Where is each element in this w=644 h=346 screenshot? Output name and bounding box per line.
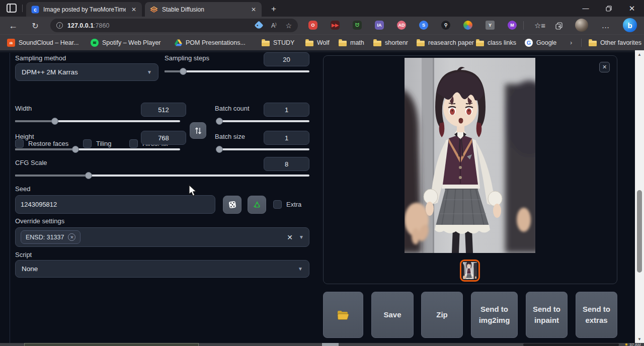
override-chip[interactable]: ENSD: 31337 ✕ [21, 230, 80, 244]
sampling-steps-input[interactable] [264, 52, 309, 66]
window-restore-button[interactable] [597, 0, 620, 17]
slider-handle[interactable] [216, 146, 223, 153]
extension-icon-green-monster[interactable]: ᗢ [350, 19, 365, 32]
extra-seed-checkbox-row[interactable]: Extra [273, 200, 301, 209]
cfg-scale-label: CFG Scale [15, 159, 47, 166]
bookmarks-overflow-chevron[interactable]: › [570, 37, 572, 48]
seed-input-wrap [15, 195, 215, 214]
bookmark-label: Wolf [317, 39, 330, 46]
reuse-seed-button[interactable] [248, 196, 266, 214]
new-tab-button[interactable]: + [268, 3, 280, 15]
zip-button[interactable]: Zip [421, 292, 463, 338]
batch-size-slider[interactable] [216, 146, 309, 153]
clear-all-icon[interactable]: ✕ [287, 233, 293, 241]
bookmark-pom[interactable]: POM Presentations... [175, 37, 246, 48]
batch-count-slider[interactable] [216, 118, 309, 125]
vertical-scrollbar[interactable]: ▲ ▼ [635, 50, 644, 343]
bookmark-reasearch-paper[interactable]: reasearch paper [417, 37, 474, 48]
other-favorites[interactable]: Other favorites [589, 37, 641, 48]
favorite-star-icon[interactable]: ☆ [285, 22, 292, 30]
extension-icon-red-o[interactable]: O [305, 19, 320, 32]
browser-tab-2-active[interactable]: Stable Diffusion ✕ [145, 2, 262, 17]
extension-icon-location-pin[interactable]: ⚲ [438, 19, 453, 32]
svg-text:c: c [34, 7, 37, 12]
extension-icon-ia[interactable]: IA [372, 19, 387, 32]
override-chip-text: ENSD: 31337 [26, 234, 64, 241]
scrollbar-thumb[interactable] [637, 190, 642, 273]
bookmark-google[interactable]: G Google [525, 37, 556, 48]
gallery-close-icon[interactable]: ✕ [599, 62, 610, 72]
save-button[interactable]: Save [371, 292, 414, 338]
price-tag-icon[interactable] [254, 21, 263, 30]
extra-checkbox[interactable] [273, 200, 282, 209]
address-bar[interactable]: i 127.0.0.1 :7860 A) ☆ [50, 19, 298, 32]
workspaces-icon[interactable] [7, 4, 17, 13]
send-to-img2img-button[interactable]: Send to img2img [471, 292, 518, 338]
slider-handle[interactable] [51, 118, 58, 125]
bookmark-class-links[interactable]: class links [476, 37, 516, 48]
send-to-extras-button[interactable]: Send to extras [576, 292, 617, 338]
width-input[interactable] [141, 103, 186, 117]
scroll-down-icon[interactable]: ▼ [635, 335, 644, 343]
width-slider[interactable] [15, 118, 180, 125]
scroll-up-icon[interactable]: ▲ [635, 50, 644, 58]
seed-input[interactable] [15, 195, 215, 214]
gallery-thumbnail-selected[interactable] [460, 260, 480, 282]
height-slider[interactable] [15, 146, 180, 153]
slider-handle[interactable] [72, 146, 79, 153]
height-input[interactable] [141, 131, 186, 145]
script-dropdown[interactable]: None ▼ [15, 260, 309, 278]
folder-icon [337, 310, 349, 320]
read-aloud-icon[interactable]: A) [271, 22, 276, 29]
chevron-down-icon[interactable]: ▼ [299, 234, 304, 240]
extension-icon-m-wave[interactable]: M [505, 19, 520, 32]
random-seed-button[interactable] [223, 196, 242, 214]
slider-handle[interactable] [85, 172, 92, 179]
batch-size-input-wrap [264, 131, 309, 145]
bookmark-shortenr[interactable]: shortenr [373, 37, 408, 48]
extension-icon-fastforward[interactable]: ▶▶ [328, 19, 343, 32]
bookmark-study[interactable]: STUDY [262, 37, 294, 48]
back-icon[interactable]: ← [6, 19, 20, 32]
refresh-icon[interactable]: ↻ [28, 19, 42, 32]
override-settings-field[interactable]: ENSD: 31337 ✕ ✕ ▼ [15, 227, 309, 247]
window-close-button[interactable]: ✕ [620, 0, 643, 17]
chip-remove-icon[interactable]: ✕ [68, 233, 75, 241]
settings-dots-icon[interactable]: … [599, 19, 613, 32]
extension-icon-shazam[interactable]: S [416, 19, 431, 32]
folder-icon [305, 41, 313, 46]
cfg-scale-slider[interactable] [15, 172, 309, 179]
extension-icon-color-sphere[interactable] [460, 19, 475, 32]
taskbar-light-fragment [322, 343, 339, 346]
extension-icon-y[interactable]: Y [482, 19, 498, 32]
width-input-wrap [141, 103, 186, 117]
sampling-steps-slider[interactable] [165, 68, 309, 75]
profile-avatar[interactable] [575, 19, 588, 32]
batch-count-input[interactable] [264, 103, 309, 117]
window-minimize-button[interactable]: — [574, 0, 597, 17]
send-to-inpaint-button[interactable]: Send to inpaint [526, 292, 568, 338]
sampling-method-dropdown[interactable]: DPM++ 2M Karras ▼ [15, 63, 158, 81]
open-folder-button[interactable] [323, 292, 363, 338]
browser-tab-1[interactable]: c Image posted by TwoMoreTimes ✕ [26, 2, 142, 17]
generated-image[interactable] [405, 58, 535, 253]
cfg-scale-input[interactable] [264, 157, 309, 171]
slider-handle[interactable] [180, 68, 187, 75]
collections-icon[interactable] [552, 19, 566, 32]
favorites-bar-icon[interactable]: ☆≡ [533, 19, 547, 32]
site-info-icon[interactable]: i [56, 22, 63, 29]
script-label: Script [15, 251, 32, 258]
bookmark-spotify[interactable]: ≋ Spotify – Web Player [91, 37, 161, 48]
tab1-close-icon[interactable]: ✕ [130, 6, 138, 14]
batch-size-input[interactable] [264, 131, 309, 145]
width-label: Width [15, 105, 32, 112]
slider-handle[interactable] [216, 118, 223, 125]
swap-width-height-button[interactable] [190, 122, 206, 139]
bookmark-wolf[interactable]: Wolf [305, 37, 330, 48]
tab2-close-icon[interactable]: ✕ [250, 6, 258, 14]
bookmark-math[interactable]: math [339, 37, 364, 48]
extension-icon-adguard[interactable]: AD [394, 19, 409, 32]
copilot-bing-icon[interactable]: b [623, 18, 637, 32]
bookmark-soundcloud[interactable]: ılı SoundCloud – Hear... [7, 37, 79, 48]
save-label: Save [383, 309, 401, 320]
